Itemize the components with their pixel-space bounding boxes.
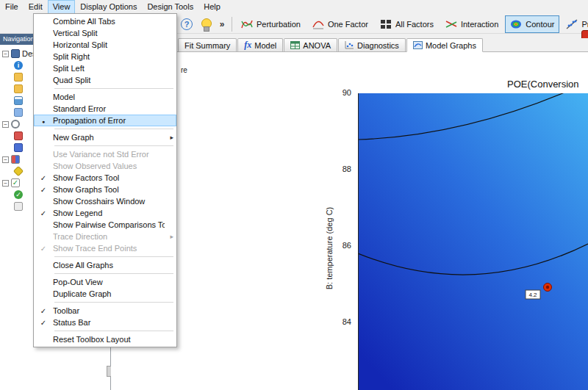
one-factor-icon: [312, 19, 324, 29]
menu-view[interactable]: View: [48, 0, 76, 14]
y-tick-90: 90: [328, 88, 351, 97]
menu-separator: [54, 302, 173, 303]
radio-bullet-icon: [34, 117, 53, 125]
button-label: Pred. vs. Actual: [581, 20, 588, 29]
menu-item-horizontal-split[interactable]: Horizontal Split: [34, 39, 176, 51]
tab-label: Model Graphs: [426, 41, 476, 50]
menu-item-model[interactable]: Model: [34, 91, 176, 103]
menu-separator: [54, 331, 173, 331]
diagnostics-icon: [345, 41, 354, 49]
menu-item-propagation-of-error[interactable]: Propagation of Error: [34, 115, 176, 126]
menubar: File Edit View Display Options Design To…: [0, 0, 588, 14]
menu-item-show-pairwise-comparisons-tool[interactable]: Show Pairwise Comparisons Tool: [34, 219, 176, 231]
menu-item-show-trace-end-points: Show Trace End Points: [34, 242, 176, 254]
view-menu-popup: Combine All Tabs Vertical Split Horizont…: [33, 13, 177, 347]
button-label: Contour: [526, 20, 554, 29]
hexagon-icon: [13, 166, 24, 176]
menu-item-quad-split[interactable]: Quad Split: [34, 74, 176, 86]
contour-button[interactable]: Contour: [505, 15, 559, 33]
one-factor-button[interactable]: One Factor: [307, 15, 373, 33]
menu-item-show-graphs-tool[interactable]: Show Graphs Tool: [34, 184, 176, 195]
folder-icon: [14, 73, 23, 82]
checkbox-icon: [11, 178, 20, 187]
interaction-button[interactable]: Interaction: [440, 15, 503, 33]
tab-label: Diagnostics: [357, 41, 399, 50]
menu-item-close-all-graphs[interactable]: Close All Graphs: [34, 259, 176, 271]
check-icon: [34, 186, 53, 194]
red-chart-icon: [14, 131, 23, 140]
arrows-icon: [11, 155, 20, 164]
all-factors-button[interactable]: All Factors: [375, 15, 439, 33]
tab-label: ANOVA: [303, 41, 331, 50]
menu-item-pop-out-view[interactable]: Pop-Out View: [34, 276, 176, 288]
menu-item-split-left[interactable]: Split Left: [34, 62, 176, 74]
chevron-glyph: [220, 19, 225, 29]
tab-label: Model: [254, 41, 276, 50]
menu-help[interactable]: Help: [198, 0, 226, 14]
contour-plot[interactable]: 4.2: [358, 93, 588, 390]
check-icon: [34, 319, 53, 327]
help-icon[interactable]: [178, 16, 196, 32]
expander-icon[interactable]: [2, 180, 9, 187]
menu-item-show-observed-values: Show Observed Values: [34, 160, 176, 172]
menu-separator: [54, 273, 173, 274]
app-window: File Edit View Display Options Design To…: [0, 0, 588, 390]
menu-file[interactable]: File: [0, 0, 24, 14]
button-label: Perturbation: [257, 20, 301, 29]
blue-chart-icon: [14, 143, 23, 152]
menu-display-options[interactable]: Display Options: [75, 0, 142, 14]
partially-hidden-text: re: [181, 66, 187, 74]
menu-item-split-right[interactable]: Split Right: [34, 51, 176, 62]
line-chart-icon: [14, 108, 23, 117]
magnifier-icon: [11, 120, 20, 129]
pred-vs-actual-icon: [566, 19, 578, 29]
expander-icon[interactable]: [2, 121, 9, 128]
y-axis-label: B: temperature (deg C): [325, 175, 335, 322]
toolbar-separator: [232, 17, 232, 32]
menu-item-show-legend[interactable]: Show Legend: [34, 207, 176, 219]
plot-title: POE(Conversion: [507, 79, 588, 90]
perturbation-icon: [241, 19, 253, 29]
tab-diagnostics[interactable]: Diagnostics: [338, 38, 406, 51]
expander-icon[interactable]: [2, 51, 9, 57]
menu-item-new-graph[interactable]: New Graph: [34, 131, 176, 143]
menu-separator: [54, 88, 173, 89]
menu-item-toolbar[interactable]: Toolbar: [34, 305, 176, 317]
menu-item-trace-direction: Trace Direction: [34, 231, 176, 242]
button-label: All Factors: [395, 20, 434, 29]
perturbation-button[interactable]: Perturbation: [236, 15, 306, 33]
button-label: One Factor: [328, 20, 368, 29]
expander-icon[interactable]: [2, 156, 9, 163]
tab-model-graphs[interactable]: Model Graphs: [406, 38, 483, 52]
menu-item-duplicate-graph[interactable]: Duplicate Graph: [34, 288, 176, 300]
menu-separator: [54, 145, 173, 146]
menu-design-tools[interactable]: Design Tools: [142, 0, 198, 14]
menu-item-combine-all-tabs[interactable]: Combine All Tabs: [34, 15, 176, 27]
check-icon: [34, 245, 53, 253]
menu-item-standard-error[interactable]: Standard Error: [34, 103, 176, 115]
menu-item-show-crosshairs-window[interactable]: Show Crosshairs Window: [34, 195, 176, 207]
tab-model[interactable]: fx Model: [237, 38, 283, 51]
menu-item-show-factors-tool[interactable]: Show Factors Tool: [34, 172, 176, 184]
y-tick-88: 88: [328, 165, 351, 173]
graph-canvas: re POE(Conversion 90 88 86 84 B: tempera…: [111, 52, 588, 390]
bar-chart-icon: [14, 96, 23, 105]
fx-icon: fx: [244, 40, 251, 51]
menu-item-use-variance-not-std-error: Use Variance not Std Error: [34, 148, 176, 160]
overflow-chevron-icon[interactable]: [216, 16, 228, 32]
contour-icon: [510, 19, 522, 29]
folder-icon: [14, 84, 23, 93]
menu-item-vertical-split[interactable]: Vertical Split: [34, 27, 176, 39]
menu-item-status-bar[interactable]: Status Bar: [34, 317, 176, 328]
menu-item-reset-toolbox-layout[interactable]: Reset Toolbox Layout: [34, 333, 176, 345]
tab-fit-summary[interactable]: Fit Summary: [178, 38, 237, 51]
info-icon: [14, 61, 23, 70]
document-icon: [14, 202, 23, 211]
menu-edit[interactable]: Edit: [24, 0, 48, 14]
tab-anova[interactable]: ANOVA: [284, 38, 337, 51]
design-point-center: [546, 286, 549, 289]
notebook-icon: [11, 49, 20, 58]
menu-separator: [54, 256, 173, 257]
bulb-glyph: [201, 18, 210, 30]
lightbulb-icon[interactable]: [197, 16, 215, 32]
